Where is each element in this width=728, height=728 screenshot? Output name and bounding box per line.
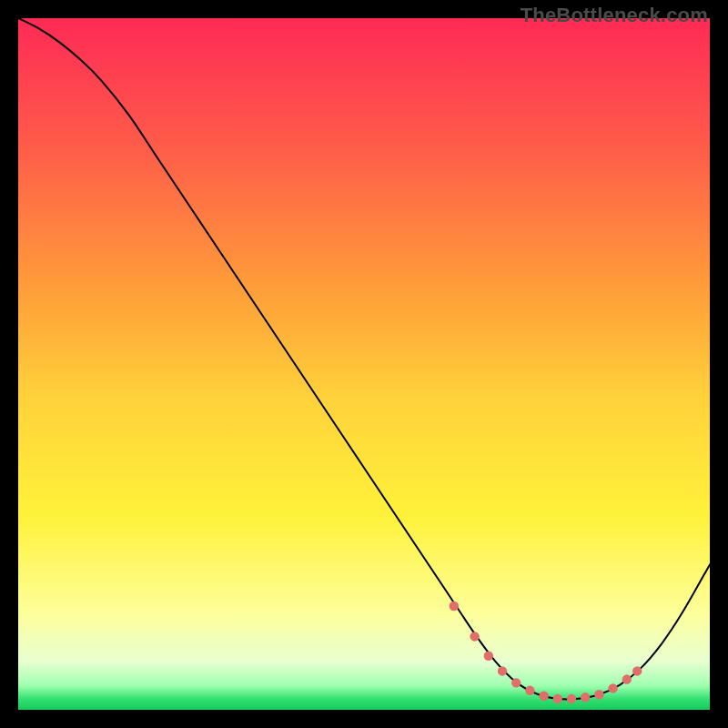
marker-dot: [470, 632, 479, 641]
marker-dot: [567, 694, 576, 703]
marker-dot: [622, 674, 632, 683]
marker-dot: [632, 666, 642, 675]
marker-dot: [498, 666, 507, 675]
gradient-background: [18, 18, 710, 710]
marker-dot: [484, 652, 493, 661]
watermark-text: TheBottleneck.com: [521, 4, 708, 27]
marker-dot: [581, 693, 590, 702]
plot-area: [18, 18, 710, 710]
marker-dot: [525, 686, 534, 695]
marker-dot: [539, 692, 548, 701]
marker-dot: [511, 678, 521, 687]
chart-svg: [18, 18, 710, 710]
marker-dot: [594, 690, 603, 699]
marker-dot: [553, 694, 562, 703]
marker-dot: [450, 602, 459, 611]
marker-dot: [608, 683, 617, 693]
chart-container: { "watermark": "TheBottleneck.com", "cha…: [0, 0, 728, 728]
